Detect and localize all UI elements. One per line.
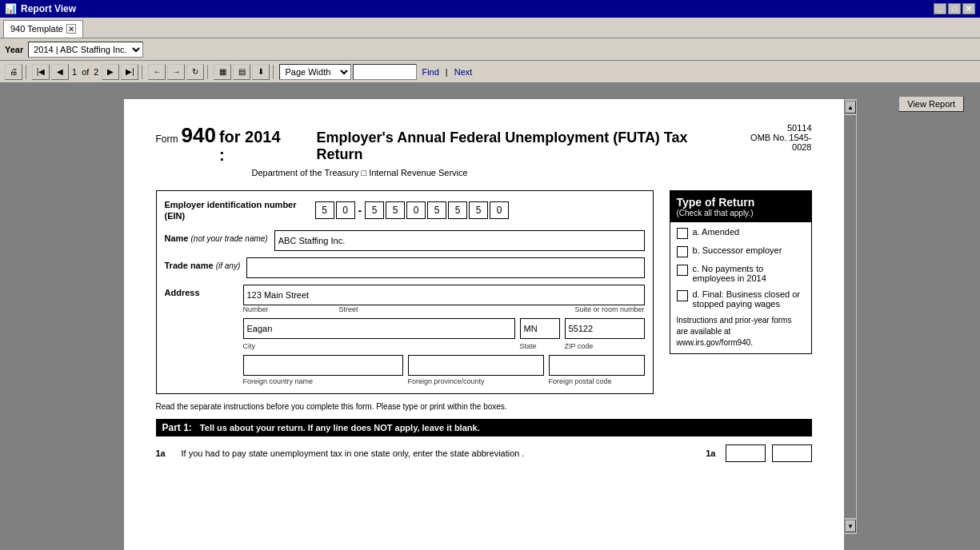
- form-number: 940: [182, 123, 216, 148]
- checkbox-no-payments[interactable]: [677, 265, 688, 276]
- toolbar-last-page-button[interactable]: ▶|: [121, 64, 138, 80]
- trade-name-input[interactable]: [246, 257, 644, 278]
- toolbar-layout-button[interactable]: ▤: [233, 64, 250, 80]
- toolbar-back-button[interactable]: ←: [148, 64, 166, 80]
- next-link[interactable]: Next: [454, 67, 473, 77]
- separator-pipe: |: [446, 67, 448, 77]
- state-input[interactable]: [520, 318, 560, 339]
- tab-940-template[interactable]: 940 Template ✕: [3, 20, 83, 38]
- scrollbar[interactable]: ▲ ▼: [844, 99, 857, 534]
- zip-input[interactable]: [565, 318, 645, 339]
- address-section: Address Number Street Suite or room numb…: [165, 285, 645, 385]
- line-1a-num: 1a: [156, 448, 175, 458]
- line-1a: 1a If you had to pay state unemployment …: [156, 441, 812, 465]
- form-label: Form: [156, 134, 178, 145]
- city-input[interactable]: [243, 318, 515, 339]
- line-1a-text: If you had to pay state unemployment tax…: [182, 448, 690, 458]
- part1-label: Part 1:: [162, 422, 192, 433]
- ein-row: Employer identification number (EIN) 5 0…: [165, 199, 645, 222]
- omb-number: 50114: [732, 123, 812, 133]
- trade-name-row: Trade name (if any): [165, 257, 645, 278]
- address-sublabels: Number Street Suite or room number: [243, 305, 645, 313]
- form-title-section: Form 940 for 2014 : Employer's Annual Fe…: [156, 123, 732, 177]
- maximize-button[interactable]: □: [948, 3, 961, 14]
- form-header: Form 940 for 2014 : Employer's Annual Fe…: [156, 123, 812, 177]
- address-row2: [243, 318, 645, 339]
- ein-digit-2: 0: [336, 201, 355, 219]
- app-window: 📊 Report View _ □ ✕ 940 Template ✕ Year …: [0, 0, 980, 550]
- ein-boxes: 5 0 - 5 5 0 5 5 5 0: [315, 201, 510, 219]
- checkbox-successor[interactable]: [677, 246, 688, 257]
- part1-header: Part 1: Tell us about your return. If an…: [156, 419, 812, 436]
- form-left: Employer identification number (EIN) 5 0…: [156, 190, 654, 394]
- tab-label: 940 Template: [10, 24, 63, 34]
- page-width-select[interactable]: Page Width: [279, 64, 351, 80]
- name-input[interactable]: [274, 230, 645, 251]
- toolbar-export-button[interactable]: ⬇: [252, 64, 270, 80]
- app-icon: 📊: [5, 3, 17, 14]
- year-select[interactable]: 2014 | ABC Staffing Inc.: [28, 42, 143, 58]
- ein-digit-8: 5: [469, 201, 488, 219]
- close-button[interactable]: ✕: [962, 3, 975, 14]
- toolbar-next-page-button[interactable]: ▶: [102, 64, 119, 80]
- foreign-country-input[interactable]: [243, 355, 403, 376]
- foreign-postal-input[interactable]: [549, 355, 645, 376]
- find-link[interactable]: Find: [422, 67, 438, 77]
- scroll-up-button[interactable]: ▲: [845, 101, 856, 114]
- toolbar-prev-page-button[interactable]: ◀: [51, 64, 69, 80]
- page-total: 2: [94, 67, 98, 77]
- trade-name-label: Trade name (if any): [165, 257, 241, 270]
- toolbar-first-page-button[interactable]: |◀: [32, 64, 50, 80]
- label-successor: b. Successor employer: [693, 245, 782, 255]
- address-line1-input[interactable]: [243, 285, 645, 305]
- minimize-button[interactable]: _: [934, 3, 946, 14]
- address-sublabels3: Foreign country name Foreign province/co…: [243, 377, 645, 385]
- page-of-label: of: [82, 67, 89, 77]
- type-return-item-c: c. No payments to employees in 2014: [677, 264, 805, 283]
- toolbar-forward-button[interactable]: →: [167, 64, 185, 80]
- address-row3: [243, 355, 645, 376]
- year-label: Year: [5, 45, 23, 54]
- ein-digit-7: 5: [448, 201, 467, 219]
- toolbar-view-button[interactable]: ▦: [214, 64, 231, 80]
- tab-close-button[interactable]: ✕: [66, 24, 76, 34]
- toolbar-separator-4: [273, 65, 276, 79]
- foreign-province-input[interactable]: [408, 355, 544, 376]
- form-department: Department of the Treasury □ Internal Re…: [156, 168, 732, 177]
- toolbar: 🖨 |◀ ◀ 1 of 2 ▶ ▶| ← → ↻ ▦ ▤ ⬇ Page Widt…: [0, 61, 980, 83]
- scroll-down-button[interactable]: ▼: [845, 520, 856, 532]
- instructions-text: Instructions and prior-year forms are av…: [677, 315, 805, 349]
- find-input[interactable]: [353, 64, 417, 80]
- toolbar-separator-1: [26, 65, 29, 79]
- form-body: Employer identification number (EIN) 5 0…: [156, 190, 812, 394]
- omb-label: OMB No. 1545-0028: [732, 133, 812, 152]
- toolbar-print-button[interactable]: 🖨: [5, 64, 22, 80]
- form-omb: 50114 OMB No. 1545-0028: [732, 123, 812, 152]
- label-amended: a. Amended: [693, 227, 740, 237]
- address-label: Address: [165, 285, 237, 297]
- type-return-header: Type of Return (Check all that apply.): [670, 191, 811, 222]
- name-row: Name (not your trade name): [165, 230, 645, 251]
- line-1a-box1[interactable]: [726, 444, 766, 462]
- view-report-button[interactable]: View Report: [898, 96, 964, 112]
- part1-description: Tell us about your return. If any line d…: [200, 423, 480, 432]
- ein-dash: -: [358, 204, 362, 217]
- toolbar-refresh-button[interactable]: ↻: [186, 64, 204, 80]
- report-page: Form 940 for 2014 : Employer's Annual Fe…: [124, 99, 844, 550]
- type-return-item-d: d. Final: Business closed or stopped pay…: [677, 289, 805, 309]
- type-return-item-a: a. Amended: [677, 227, 805, 239]
- type-return-items: a. Amended b. Successor employer c. No p…: [670, 222, 811, 353]
- checkbox-final[interactable]: [677, 290, 688, 301]
- form-main-title: Employer's Annual Federal Unemployment (…: [317, 130, 732, 163]
- ein-digit-6: 5: [427, 201, 446, 219]
- page-current: 1: [72, 67, 77, 77]
- title-bar-controls: _ □ ✕: [934, 3, 975, 14]
- scroll-thumb[interactable]: [845, 115, 856, 518]
- ein-digit-5: 0: [406, 201, 426, 219]
- line-1a-box2[interactable]: [772, 444, 812, 462]
- toolbar-separator-2: [142, 65, 145, 79]
- checkbox-amended[interactable]: [677, 228, 688, 239]
- form-for-year: for 2014 :: [219, 128, 290, 165]
- name-label: Name (not your trade name): [165, 230, 268, 243]
- label-final: d. Final: Business closed or stopped pay…: [693, 289, 805, 309]
